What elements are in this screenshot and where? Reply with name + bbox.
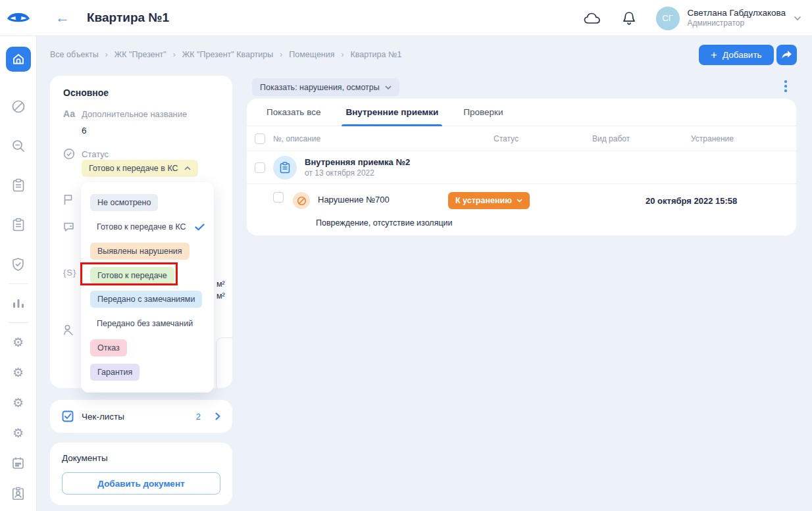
breadcrumb-separator: › <box>280 50 282 59</box>
status-option-transferred-with-remarks[interactable]: Передано с замечаниями <box>90 287 205 312</box>
status-option-violations-found[interactable]: Выявлены нарушения <box>90 239 205 264</box>
nav-warranty-shield-icon[interactable] <box>6 252 31 277</box>
table-header-row: №, описание Статус Вид работ Устранение <box>247 126 796 151</box>
breadcrumb-item-current: Квартира №1 <box>350 50 401 59</box>
flag-icon <box>63 194 73 208</box>
header-description: №, описание <box>273 134 494 143</box>
share-icon <box>781 50 792 60</box>
area-unit-bottom: м² <box>216 291 225 301</box>
breadcrumb-item[interactable]: ЖК "Презент" Квартиры <box>182 50 273 59</box>
share-button[interactable] <box>776 45 797 65</box>
nav-acceptances-icon[interactable] <box>6 212 31 237</box>
tab-show-all[interactable]: Показать все <box>266 99 320 126</box>
breadcrumb-separator: › <box>105 50 108 59</box>
add-document-button[interactable]: Добавить документ <box>62 472 220 495</box>
checklists-count-badge: 2 <box>196 412 201 422</box>
settings-users-gear-icon[interactable]: ⚙ <box>6 360 31 385</box>
nav-home-icon[interactable] <box>6 47 31 72</box>
status-dropdown-toggle[interactable]: Готово к передаче в КС <box>82 160 198 177</box>
user-name: Светлана Габдулхакова <box>688 8 786 19</box>
app-logo-eye-icon[interactable] <box>0 11 37 25</box>
header-work-type: Вид работ <box>592 134 691 143</box>
status-option-ready-ks[interactable]: Готово к передаче в КС <box>90 215 205 239</box>
header-actions: СГ Светлана Габдулхакова Администратор <box>582 0 801 36</box>
acceptance-title: Внутренняя приемка №2 <box>305 157 410 168</box>
violation-resolution-date: 20 октября 2022 15:58 <box>646 192 751 206</box>
general-info-title: Основное <box>63 87 219 98</box>
calendar-icon[interactable] <box>6 450 31 475</box>
status-option-transferred-without-remarks[interactable]: Передано без замечаний <box>90 312 205 336</box>
cloud-icon[interactable] <box>582 9 602 28</box>
user-avatar: СГ <box>656 7 680 30</box>
comment-box-partial[interactable] <box>216 337 232 388</box>
status-option-not-inspected[interactable]: Не осмотрено <box>90 191 205 215</box>
user-role: Администратор <box>688 18 786 28</box>
checklists-card[interactable]: Чек-листы 2 <box>50 400 232 433</box>
settings-check-gear-icon[interactable]: ⚙ <box>6 329 31 354</box>
tab-checks[interactable]: Проверки <box>463 99 503 126</box>
settings-tools-gear-icon[interactable]: ⚙ <box>6 420 31 445</box>
breadcrumb: Все объекты › ЖК "Презент" › ЖК "Презент… <box>50 50 401 59</box>
inspections-table-card: Показать все Внутренние приемки Проверки… <box>247 99 796 235</box>
area-unit-top: м² <box>216 280 225 289</box>
checklist-icon <box>62 410 74 422</box>
app: ← Квартира №1 СГ Светлана Габдулхакова А… <box>0 0 812 511</box>
more-options-button[interactable] <box>784 80 787 92</box>
status-label: Статус <box>82 149 109 159</box>
additional-name-label: Дополнительное название <box>82 109 187 119</box>
chevron-right-icon <box>215 412 220 420</box>
status-option-ready-to-transfer[interactable]: Готово к передаче <box>90 263 205 287</box>
user-info: Светлана Габдулхакова Администратор <box>688 8 786 29</box>
breadcrumb-item[interactable]: ЖК "Презент" <box>114 50 166 59</box>
violation-description: Повреждение, отсутствие изоляции <box>316 218 453 228</box>
status-option-warranty[interactable]: Гарантия <box>90 360 205 384</box>
chevron-up-icon <box>184 166 191 170</box>
add-button[interactable]: + Добавить <box>699 45 774 65</box>
add-button-label: Добавить <box>723 50 762 60</box>
breadcrumb-separator: › <box>341 50 343 59</box>
nav-analytics-icon[interactable] <box>6 291 31 316</box>
breadcrumb-item[interactable]: Помещения <box>289 50 334 59</box>
settings-comments-gear-icon[interactable]: ⚙ <box>6 390 31 415</box>
nav-violations-icon[interactable] <box>6 94 31 119</box>
checklists-label: Чек-листы <box>82 412 188 422</box>
chevron-down-icon <box>794 16 801 21</box>
header-resolution: Устранение <box>691 134 796 143</box>
documents-card: Документы Добавить документ <box>50 443 232 505</box>
additional-name-value: 6 <box>82 126 87 135</box>
violation-status-badge[interactable]: К устранению <box>448 192 530 209</box>
chevron-down-icon <box>517 199 522 203</box>
page-title: Квартира №1 <box>87 11 169 25</box>
row-checkbox[interactable] <box>273 192 284 203</box>
comment-icon <box>63 222 74 235</box>
user-menu[interactable]: СГ Светлана Габдулхакова Администратор <box>656 7 801 30</box>
violation-title: Нарушение №700 <box>318 192 448 205</box>
show-filter-dropdown[interactable]: Показать: нарушения, осмотры <box>252 78 399 96</box>
nav-search-icon[interactable] <box>6 134 31 158</box>
status-option-refusal[interactable]: Отказ <box>90 336 205 360</box>
acceptance-row[interactable]: Внутренняя приемка №2 от 13 октября 2022 <box>247 151 796 184</box>
violation-row[interactable]: Нарушение №700 К устранению 20 октября 2… <box>247 184 796 235</box>
contractor-card-icon[interactable] <box>6 481 31 506</box>
status-check-circle-icon <box>63 148 75 162</box>
status-current-pill: Готово к передаче в КС <box>82 160 198 177</box>
left-nav-rail: ⚙ ⚙ ⚙ ⚙ <box>0 36 37 511</box>
documents-title: Документы <box>62 453 220 463</box>
breadcrumb-item[interactable]: Все объекты <box>50 50 99 59</box>
filter-label: Показать: нарушения, осмотры <box>260 83 380 92</box>
tab-internal-acceptances[interactable]: Внутренние приемки <box>345 99 438 126</box>
tabs: Показать все Внутренние приемки Проверки <box>247 99 796 126</box>
acceptance-date: от 13 октября 2022 <box>305 168 410 178</box>
plus-icon: + <box>711 49 717 62</box>
acceptance-clipboard-icon <box>273 156 297 180</box>
status-dropdown-menu: Не осмотрено Готово к передаче в КС Выяв… <box>81 182 214 393</box>
notifications-bell-icon[interactable] <box>619 9 639 28</box>
row-checkbox[interactable] <box>255 162 265 173</box>
violation-ban-icon <box>293 192 310 209</box>
top-header: ← Квартира №1 СГ Светлана Габдулхакова А… <box>0 0 812 36</box>
nav-inspections-icon[interactable] <box>6 173 31 198</box>
header-status: Статус <box>494 134 592 143</box>
back-button[interactable]: ← <box>55 11 70 25</box>
selected-check-icon <box>195 224 205 231</box>
select-all-checkbox[interactable] <box>255 134 265 144</box>
